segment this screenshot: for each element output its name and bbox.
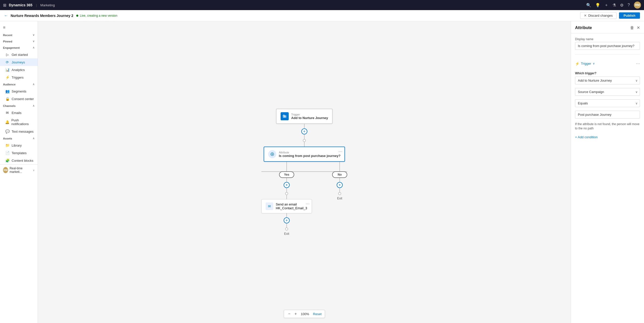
plus-icon[interactable]: ＋ [604, 3, 608, 8]
nav-pipe: | [36, 3, 37, 7]
app-name: Dynamics 365 [9, 3, 32, 7]
email-icon: ✉ [5, 111, 10, 115]
display-name-field: Display name [575, 37, 640, 50]
equals-select[interactable]: Equals [575, 100, 640, 107]
triggers-icon: ⚡ [5, 75, 10, 79]
back-button[interactable]: ← [4, 13, 8, 18]
panel-divider-1 [575, 54, 640, 55]
secondbar: ← Nurture Rewards Members Journey 2 Live… [0, 10, 644, 21]
sidebar-assets-header[interactable]: Assets∧ [0, 135, 38, 142]
zoom-in-button[interactable]: + [293, 312, 298, 316]
info-text: If the attribute is not found, the perso… [575, 122, 640, 131]
which-trigger-label: Which trigger? [575, 72, 640, 75]
sidebar-item-triggers[interactable]: ⚡ Triggers [0, 74, 38, 81]
trigger-row-icon: ⚡ [575, 62, 579, 66]
trigger-left[interactable]: ⚡ Trigger ∨ [575, 62, 595, 66]
display-name-label: Display name [575, 37, 640, 41]
sidebar-item-library[interactable]: 📁 Library [0, 142, 38, 149]
discard-changes-button[interactable]: ✕ Discard changes [580, 12, 616, 19]
trigger-row-label: Trigger [581, 62, 591, 65]
display-name-input[interactable] [575, 42, 640, 50]
panel-close-button[interactable]: ✕ [637, 25, 640, 30]
sidebar-item-push[interactable]: 🔔 Push notifications [0, 117, 38, 128]
publish-button[interactable]: Publish [619, 12, 640, 19]
which-trigger-field: Which trigger? Add to Nurture Journey ∨ [575, 72, 640, 84]
equals-dropdown[interactable]: Equals ∨ [575, 99, 640, 107]
workspace-avatar: RM [3, 167, 8, 173]
content-blocks-icon: 🧩 [5, 158, 10, 163]
trigger-row: ⚡ Trigger ∨ ⋯ [575, 59, 640, 68]
status-indicator [76, 15, 78, 17]
sidebar-recent-header[interactable]: Recent∨ [0, 32, 38, 38]
panel-header: Attribute 🗑 ✕ [571, 21, 644, 33]
top-navbar: ⊞ Dynamics 365 | Marketing 🔍 💡 ＋ ⚗ ⚙ ? R… [0, 0, 644, 10]
equals-field: Equals ∨ [575, 99, 640, 107]
add-condition-label: + Add condition [575, 135, 598, 139]
source-campaign-select[interactable]: Source Campaign [575, 88, 640, 96]
sidebar-item-get-started[interactable]: ▷ Get started [0, 51, 38, 58]
sidebar-toggle[interactable]: ≡ [0, 23, 38, 32]
sms-icon: 💬 [5, 129, 10, 133]
email-node[interactable]: ✉ Send an email HK_Contact_Email_3 ⋯ [261, 199, 312, 213]
get-started-icon: ▷ [5, 53, 10, 57]
sidebar-item-segments[interactable]: 👥 Segments [0, 87, 38, 95]
add-after-email[interactable]: + [284, 217, 290, 223]
search-icon[interactable]: 🔍 [586, 3, 591, 8]
avatar[interactable]: RM [634, 2, 641, 9]
page-title: Nurture Rewards Members Journey 2 [11, 14, 73, 18]
email-node-menu[interactable]: ⋯ [306, 201, 310, 206]
sidebar-engagement-header[interactable]: Engagement∧ [0, 44, 38, 51]
sidebar-pinned-header[interactable]: Pinned∨ [0, 38, 38, 44]
panel-body: Display name ⚡ Trigger ∨ ⋯ Which trigger… [571, 33, 644, 143]
filter-icon[interactable]: ⚗ [612, 3, 616, 8]
add-no-node[interactable]: + [337, 182, 343, 188]
no-exit-label: Exit [337, 197, 342, 200]
segments-icon: 👥 [5, 89, 10, 93]
email-node-icon: ✉ [266, 202, 273, 210]
grid-icon[interactable]: ⊞ [3, 3, 6, 8]
yes-label: Yes [279, 171, 294, 178]
settings-icon[interactable]: ⚙ [620, 3, 624, 8]
sidebar-item-analytics[interactable]: 📊 Analytics [0, 66, 38, 74]
connector-1: + [301, 124, 307, 147]
branch-area: Yes + ✉ Send an email HK_Co [261, 162, 347, 236]
attr-node-label-main: Is coming from post purchase journey? [279, 154, 340, 158]
add-yes-node[interactable]: + [284, 182, 290, 188]
trigger-node-icon [281, 112, 289, 120]
which-trigger-select[interactable]: Add to Nurture Journey [575, 77, 640, 84]
sidebar-item-templates[interactable]: 📄 Templates [0, 149, 38, 157]
sidebar-item-emails[interactable]: ✉ Emails [0, 109, 38, 117]
zoom-reset-button[interactable]: Reset [313, 312, 321, 316]
add-condition-button[interactable]: + Add condition [575, 135, 640, 139]
workspace-label: Real-time marketi... [10, 167, 31, 174]
lightbulb-icon[interactable]: 💡 [595, 3, 600, 8]
x-icon: ✕ [584, 14, 587, 17]
email-node-label-small: Send an email [276, 202, 307, 206]
sidebar-item-consent[interactable]: 🔒 Consent center [0, 95, 38, 103]
footer-workspace[interactable]: RM Real-time marketi... ∨ [0, 164, 38, 176]
attribute-node-menu[interactable]: ⋯ [338, 149, 342, 154]
sidebar-channels-header[interactable]: Channels∧ [0, 103, 38, 109]
source-campaign-field: Source Campaign ∨ [575, 88, 640, 96]
push-icon: 🔔 [5, 120, 9, 124]
sidebar-item-content-blocks[interactable]: 🧩 Content blocks [0, 157, 38, 164]
attribute-node[interactable]: Attribute Is coming from post purchase j… [264, 147, 345, 162]
trigger-node[interactable]: Trigger Add to Nurture Journey [276, 109, 333, 124]
consent-icon: 🔒 [5, 97, 10, 101]
which-trigger-dropdown[interactable]: Add to Nurture Journey ∨ [575, 77, 640, 84]
source-campaign-dropdown[interactable]: Source Campaign ∨ [575, 88, 640, 96]
sidebar-item-sms[interactable]: 💬 Text messages [0, 128, 38, 135]
trigger-node-label-small: Trigger [291, 113, 328, 116]
sidebar-item-journeys[interactable]: ⟳ Journeys [0, 58, 38, 66]
email-node-label-main: HK_Contact_Email_3 [276, 206, 307, 210]
yes-branch: Yes + ✉ Send an email HK_Co [261, 162, 312, 236]
zoom-out-button[interactable]: − [287, 312, 291, 316]
trigger-row-menu[interactable]: ⋯ [636, 61, 640, 66]
add-node-btn-1[interactable]: + [301, 128, 307, 134]
value-input[interactable] [575, 111, 640, 119]
analytics-icon: 📊 [5, 68, 10, 72]
help-icon[interactable]: ? [628, 3, 630, 7]
panel-header-icons: 🗑 ✕ [630, 25, 640, 30]
sidebar-audience-header[interactable]: Audience∧ [0, 81, 38, 87]
panel-delete-button[interactable]: 🗑 [630, 26, 634, 30]
